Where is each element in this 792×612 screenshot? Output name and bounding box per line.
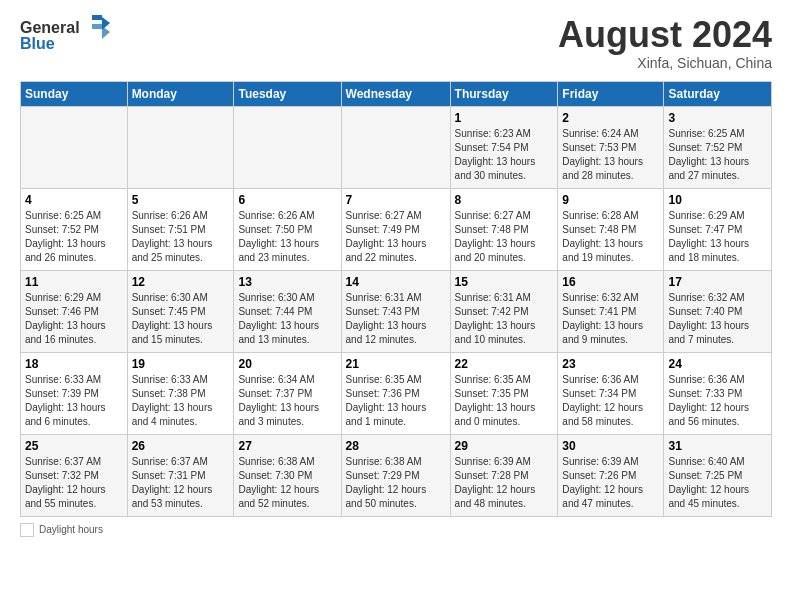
day-info: Sunrise: 6:31 AMSunset: 7:42 PMDaylight:… [455,291,554,347]
day-info: Sunrise: 6:28 AMSunset: 7:48 PMDaylight:… [562,209,659,265]
cell-4-4: 21Sunrise: 6:35 AMSunset: 7:36 PMDayligh… [341,352,450,434]
col-monday: Monday [127,81,234,106]
cell-2-2: 5Sunrise: 6:26 AMSunset: 7:51 PMDaylight… [127,188,234,270]
day-info: Sunrise: 6:36 AMSunset: 7:33 PMDaylight:… [668,373,767,429]
day-number: 5 [132,193,230,207]
cell-4-2: 19Sunrise: 6:33 AMSunset: 7:38 PMDayligh… [127,352,234,434]
cell-5-7: 31Sunrise: 6:40 AMSunset: 7:25 PMDayligh… [664,434,772,516]
cell-5-1: 25Sunrise: 6:37 AMSunset: 7:32 PMDayligh… [21,434,128,516]
day-number: 10 [668,193,767,207]
day-info: Sunrise: 6:33 AMSunset: 7:38 PMDaylight:… [132,373,230,429]
cell-5-6: 30Sunrise: 6:39 AMSunset: 7:26 PMDayligh… [558,434,664,516]
logo-svg: General Blue [20,15,110,55]
day-number: 31 [668,439,767,453]
svg-marker-3 [92,24,110,39]
day-info: Sunrise: 6:25 AMSunset: 7:52 PMDaylight:… [668,127,767,183]
cell-4-3: 20Sunrise: 6:34 AMSunset: 7:37 PMDayligh… [234,352,341,434]
day-number: 20 [238,357,336,371]
title-block: August 2024 Xinfa, Sichuan, China [558,15,772,71]
day-number: 21 [346,357,446,371]
day-number: 9 [562,193,659,207]
day-number: 28 [346,439,446,453]
day-info: Sunrise: 6:33 AMSunset: 7:39 PMDaylight:… [25,373,123,429]
cell-1-1 [21,106,128,188]
day-info: Sunrise: 6:35 AMSunset: 7:35 PMDaylight:… [455,373,554,429]
day-info: Sunrise: 6:30 AMSunset: 7:45 PMDaylight:… [132,291,230,347]
col-thursday: Thursday [450,81,558,106]
cell-5-5: 29Sunrise: 6:39 AMSunset: 7:28 PMDayligh… [450,434,558,516]
day-number: 25 [25,439,123,453]
day-info: Sunrise: 6:27 AMSunset: 7:48 PMDaylight:… [455,209,554,265]
cell-2-1: 4Sunrise: 6:25 AMSunset: 7:52 PMDaylight… [21,188,128,270]
day-number: 19 [132,357,230,371]
day-info: Sunrise: 6:37 AMSunset: 7:31 PMDaylight:… [132,455,230,511]
cell-5-2: 26Sunrise: 6:37 AMSunset: 7:31 PMDayligh… [127,434,234,516]
day-info: Sunrise: 6:31 AMSunset: 7:43 PMDaylight:… [346,291,446,347]
day-number: 24 [668,357,767,371]
day-number: 7 [346,193,446,207]
daylight-label: Daylight hours [39,524,103,535]
day-number: 30 [562,439,659,453]
cell-1-6: 2Sunrise: 6:24 AMSunset: 7:53 PMDaylight… [558,106,664,188]
logo: General Blue [20,15,110,59]
day-number: 4 [25,193,123,207]
day-number: 1 [455,111,554,125]
calendar-table: Sunday Monday Tuesday Wednesday Thursday… [20,81,772,517]
day-info: Sunrise: 6:38 AMSunset: 7:29 PMDaylight:… [346,455,446,511]
cell-3-7: 17Sunrise: 6:32 AMSunset: 7:40 PMDayligh… [664,270,772,352]
cell-3-5: 15Sunrise: 6:31 AMSunset: 7:42 PMDayligh… [450,270,558,352]
day-number: 2 [562,111,659,125]
page-container: General Blue August 2024 Xinfa, Sichuan,… [0,0,792,547]
calendar-row-3: 11Sunrise: 6:29 AMSunset: 7:46 PMDayligh… [21,270,772,352]
day-number: 13 [238,275,336,289]
svg-text:General: General [20,19,80,36]
day-number: 22 [455,357,554,371]
day-number: 17 [668,275,767,289]
day-info: Sunrise: 6:26 AMSunset: 7:51 PMDaylight:… [132,209,230,265]
cell-1-5: 1Sunrise: 6:23 AMSunset: 7:54 PMDaylight… [450,106,558,188]
cell-2-4: 7Sunrise: 6:27 AMSunset: 7:49 PMDaylight… [341,188,450,270]
cell-3-3: 13Sunrise: 6:30 AMSunset: 7:44 PMDayligh… [234,270,341,352]
day-info: Sunrise: 6:32 AMSunset: 7:41 PMDaylight:… [562,291,659,347]
day-info: Sunrise: 6:29 AMSunset: 7:46 PMDaylight:… [25,291,123,347]
day-info: Sunrise: 6:34 AMSunset: 7:37 PMDaylight:… [238,373,336,429]
day-info: Sunrise: 6:27 AMSunset: 7:49 PMDaylight:… [346,209,446,265]
day-number: 27 [238,439,336,453]
cell-4-7: 24Sunrise: 6:36 AMSunset: 7:33 PMDayligh… [664,352,772,434]
day-info: Sunrise: 6:25 AMSunset: 7:52 PMDaylight:… [25,209,123,265]
svg-text:Blue: Blue [20,35,55,52]
day-number: 16 [562,275,659,289]
footer: Daylight hours [20,523,772,537]
day-number: 15 [455,275,554,289]
day-info: Sunrise: 6:30 AMSunset: 7:44 PMDaylight:… [238,291,336,347]
day-info: Sunrise: 6:23 AMSunset: 7:54 PMDaylight:… [455,127,554,183]
cell-1-2 [127,106,234,188]
cell-3-6: 16Sunrise: 6:32 AMSunset: 7:41 PMDayligh… [558,270,664,352]
logo-text: General Blue [20,15,110,59]
day-info: Sunrise: 6:38 AMSunset: 7:30 PMDaylight:… [238,455,336,511]
cell-2-5: 8Sunrise: 6:27 AMSunset: 7:48 PMDaylight… [450,188,558,270]
location: Xinfa, Sichuan, China [558,55,772,71]
calendar-row-2: 4Sunrise: 6:25 AMSunset: 7:52 PMDaylight… [21,188,772,270]
day-number: 11 [25,275,123,289]
calendar-row-4: 18Sunrise: 6:33 AMSunset: 7:39 PMDayligh… [21,352,772,434]
day-info: Sunrise: 6:32 AMSunset: 7:40 PMDaylight:… [668,291,767,347]
month-title: August 2024 [558,15,772,55]
day-number: 26 [132,439,230,453]
cell-2-6: 9Sunrise: 6:28 AMSunset: 7:48 PMDaylight… [558,188,664,270]
calendar-body: 1Sunrise: 6:23 AMSunset: 7:54 PMDaylight… [21,106,772,516]
day-number: 3 [668,111,767,125]
col-friday: Friday [558,81,664,106]
cell-3-4: 14Sunrise: 6:31 AMSunset: 7:43 PMDayligh… [341,270,450,352]
calendar-row-5: 25Sunrise: 6:37 AMSunset: 7:32 PMDayligh… [21,434,772,516]
cell-4-1: 18Sunrise: 6:33 AMSunset: 7:39 PMDayligh… [21,352,128,434]
day-number: 29 [455,439,554,453]
cell-4-5: 22Sunrise: 6:35 AMSunset: 7:35 PMDayligh… [450,352,558,434]
day-number: 6 [238,193,336,207]
col-tuesday: Tuesday [234,81,341,106]
day-info: Sunrise: 6:37 AMSunset: 7:32 PMDaylight:… [25,455,123,511]
footer-box [20,523,34,537]
col-wednesday: Wednesday [341,81,450,106]
day-info: Sunrise: 6:39 AMSunset: 7:28 PMDaylight:… [455,455,554,511]
page-header: General Blue August 2024 Xinfa, Sichuan,… [20,15,772,71]
